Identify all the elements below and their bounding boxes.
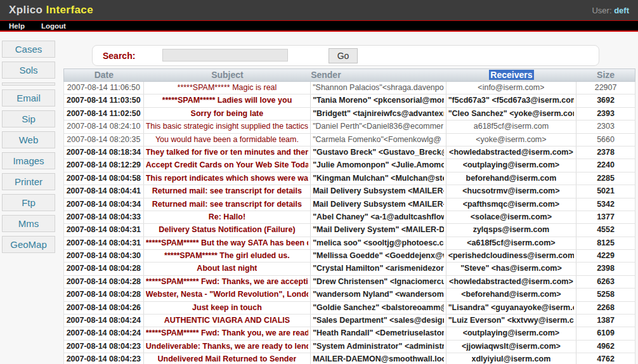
email-date: 2007-08-14 08:04:23 xyxy=(64,353,144,364)
email-sender: "Daniel Perth"<Daniel836@ecommer xyxy=(311,120,446,133)
email-subject[interactable]: This report indicates which shows were w… xyxy=(144,172,311,185)
email-row[interactable]: 2007-08-14 08:04:33Re: Hallo!"Abel Chane… xyxy=(63,211,635,224)
email-table: DateSubjectSenderReceiversSize 2007-08-1… xyxy=(63,68,635,364)
email-sender-text: "Carmela Fomenko"<Fomenkowlg@ xyxy=(313,134,441,146)
email-subject[interactable]: Returned mail: see transcript for detail… xyxy=(144,185,311,197)
email-row[interactable]: 2007-08-14 11:03:50*****SPAM***** Ladies… xyxy=(63,94,635,107)
email-receivers-text: "Luiz Everson" <kxtvwy@iserm.com xyxy=(448,315,575,327)
email-subject-text: Webster, Nesta - "World Revolution", Lon… xyxy=(146,289,308,301)
email-sender: "Mellissa Goedde" <Goeddejenx@w xyxy=(311,250,446,262)
sidebar-item-mms[interactable]: Mms xyxy=(2,215,55,232)
column-header-date: Date xyxy=(64,69,144,81)
sidebar-item-sip[interactable]: Sip xyxy=(2,110,55,127)
email-size: 2285 xyxy=(576,172,635,185)
email-size: 2268 xyxy=(576,302,635,314)
email-receivers: <howledabstracted@iserm.com> xyxy=(446,276,577,288)
email-sender: "Carmela Fomenko"<Fomenkowlg@ xyxy=(311,134,446,146)
email-subject[interactable]: Sorry for being late xyxy=(144,108,311,120)
email-sender-text: Mail Delivery Subsystem <MAILER-DA xyxy=(313,185,444,197)
sidebar-item-images[interactable]: Images xyxy=(2,152,55,169)
search-input[interactable] xyxy=(162,49,288,62)
email-sender-text: "wandersom Nyland" <wandersom@ xyxy=(313,289,444,301)
email-subject-text: Returned mail: see transcript for detail… xyxy=(152,185,302,197)
email-row[interactable]: 2007-08-14 08:04:28Webster, Nesta - "Wor… xyxy=(63,289,635,301)
email-subject[interactable]: *****SPAM***** But the way SATA has been… xyxy=(144,237,311,249)
titlebar: Xplico Interface User: deft xyxy=(0,0,638,20)
email-row[interactable]: 2007-08-14 08:04:41Returned mail: see tr… xyxy=(63,185,635,198)
email-size: 5021 xyxy=(576,185,635,197)
email-subject-text: About last night xyxy=(197,263,257,275)
email-date: 2007-08-14 08:04:58 xyxy=(64,172,144,185)
sidebar-item-printer[interactable]: Printer xyxy=(2,173,55,190)
table-header: DateSubjectSenderReceiversSize xyxy=(63,68,635,82)
email-sender: "Kingman Mulchan" <Mulchan@stef xyxy=(311,172,446,185)
email-row[interactable]: 2007-08-14 08:20:35You would have been a… xyxy=(63,134,635,146)
email-subject[interactable]: Delivery Status Notification (Failure) xyxy=(144,224,311,236)
sidebar-item-sols[interactable]: Sols xyxy=(2,62,55,79)
email-subject[interactable]: About last night xyxy=(144,263,311,275)
go-button[interactable]: Go xyxy=(329,48,358,63)
email-subject[interactable]: *****SPAM***** Magic is real xyxy=(144,82,311,94)
sidebar-item-geomap[interactable]: GeoMap xyxy=(2,236,55,253)
email-subject[interactable]: Undeliverable: Thanks, we are ready to l… xyxy=(144,341,311,353)
email-receivers-text: zylqsps@iserm.com xyxy=(473,224,550,236)
email-row[interactable]: 2007-08-14 08:04:24*****SPAM***** Fwd: T… xyxy=(63,327,635,340)
email-row[interactable]: 2007-08-14 08:12:29Accept Credit Cards o… xyxy=(63,159,635,172)
email-subject[interactable]: Undelivered Mail Returned to Sender xyxy=(144,353,311,364)
email-row[interactable]: 2007-08-14 08:04:24AUTHENTIC VIAGRA AND … xyxy=(63,315,635,327)
email-subject[interactable]: This basic strategic insight supplied th… xyxy=(144,120,311,133)
email-size: 1387 xyxy=(576,315,635,327)
email-sender: "System Administrator" <administra xyxy=(311,341,446,353)
email-subject[interactable]: *****SPAM***** Ladies will love you xyxy=(144,94,311,107)
email-subject-text: Just keep in touch xyxy=(192,302,262,314)
email-date: 2007-08-14 08:04:28 xyxy=(64,289,144,301)
email-subject[interactable]: Returned mail: see transcript for detail… xyxy=(144,198,311,211)
email-row[interactable]: 2007-08-14 08:04:34Returned mail: see tr… xyxy=(63,198,635,211)
email-subject[interactable]: *****SPAM***** Fwd: Thanks, we are accep… xyxy=(144,276,311,288)
email-subject[interactable]: Accept Credit Cards on Your Web Site Tod… xyxy=(144,159,311,171)
email-subject[interactable]: Webster, Nesta - "World Revolution", Lon… xyxy=(144,289,311,301)
email-sender-text: "System Administrator" <administra xyxy=(313,341,444,353)
email-row[interactable]: 2007-08-14 08:04:26Just keep in touch"Go… xyxy=(63,302,635,315)
email-row[interactable]: 2007-08-14 08:04:31*****SPAM***** But th… xyxy=(63,237,635,250)
email-subject[interactable]: Just keep in touch xyxy=(144,302,311,314)
email-receivers: "f5cd67a3" <f5cd67a3@iserm.com> xyxy=(446,94,577,107)
email-receivers: <perishedcloudiness@iserm.com> xyxy=(446,250,577,262)
email-subject[interactable]: AUTHENTIC VIAGRA AND CIALIS xyxy=(144,315,311,327)
email-row[interactable]: 2007-08-14 08:24:10This basic strategic … xyxy=(63,120,635,133)
menu-item-logout[interactable]: Logout xyxy=(41,22,66,30)
email-row[interactable]: 2007-08-14 08:04:23Undelivered Mail Retu… xyxy=(63,353,635,364)
email-sender: "Goldie Sanchez" <balstoreoamm@ xyxy=(311,302,446,314)
email-row[interactable]: 2007-08-14 08:04:30*****SPAM***** The gi… xyxy=(63,250,635,263)
email-sender-text: "Daniel Perth"<Daniel836@ecommer xyxy=(313,120,443,133)
sidebar-item-cases[interactable]: Cases xyxy=(2,41,55,58)
sidebar: CasesSolsEmailSipWebImagesPrinterFtpMmsG… xyxy=(2,41,55,257)
email-receivers: <pafthsmqc@iserm.com> xyxy=(446,198,577,211)
email-subject[interactable]: *****SPAM***** The girl eluded us. xyxy=(144,250,311,262)
menu-item-help[interactable]: Help xyxy=(9,22,25,30)
email-size: 4962 xyxy=(576,341,635,353)
email-size: 2398 xyxy=(576,263,635,275)
email-subject[interactable]: You would have been a formidable team. xyxy=(144,134,311,146)
email-date: 2007-08-14 08:04:28 xyxy=(64,276,144,288)
email-receivers: zylqsps@iserm.com xyxy=(446,224,577,236)
sidebar-item-web[interactable]: Web xyxy=(2,131,55,148)
email-row[interactable]: 2007-08-14 11:06:50*****SPAM***** Magic … xyxy=(63,82,635,94)
email-row[interactable]: 2007-08-14 08:04:58This report indicates… xyxy=(63,172,635,185)
sidebar-item-email[interactable]: Email xyxy=(2,89,55,107)
email-subject[interactable]: *****SPAM***** Fwd: Thank you, we are re… xyxy=(144,327,311,339)
email-receivers: <howledabstracted@iserm.com> xyxy=(446,146,577,159)
email-row[interactable]: 2007-08-14 08:04:23Undeliverable: Thanks… xyxy=(63,341,635,353)
email-row[interactable]: 2007-08-14 08:04:31Delivery Status Notif… xyxy=(63,224,635,237)
email-receivers: a618f5cf@iserm.com xyxy=(446,120,577,133)
email-row[interactable]: 2007-08-14 08:04:28About last night"Crys… xyxy=(63,263,635,275)
app-title-primary: Xplico xyxy=(9,4,46,16)
email-subject[interactable]: They talked for five or ten minutes and … xyxy=(144,146,311,159)
sidebar-item-ftp[interactable]: Ftp xyxy=(2,194,55,211)
email-subject-text: *****SPAM***** Fwd: Thank you, we are re… xyxy=(146,327,308,339)
email-row[interactable]: 2007-08-14 08:04:28*****SPAM***** Fwd: T… xyxy=(63,276,635,289)
email-row[interactable]: 2007-08-14 08:18:34They talked for five … xyxy=(63,146,635,159)
email-subject[interactable]: Re: Hallo! xyxy=(144,211,311,223)
email-size: 8125 xyxy=(576,237,635,249)
email-row[interactable]: 2007-08-14 11:02:50Sorry for being late"… xyxy=(63,108,635,120)
